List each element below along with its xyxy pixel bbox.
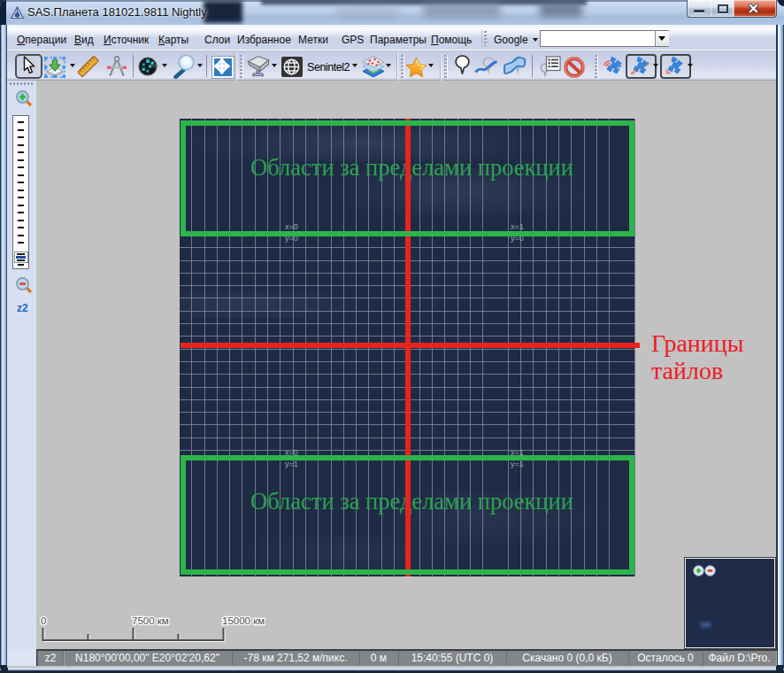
svg-text:0: 0 [41, 615, 46, 626]
svg-text:7500 км: 7500 км [132, 615, 169, 626]
svg-text:15000 км: 15000 км [222, 615, 265, 626]
